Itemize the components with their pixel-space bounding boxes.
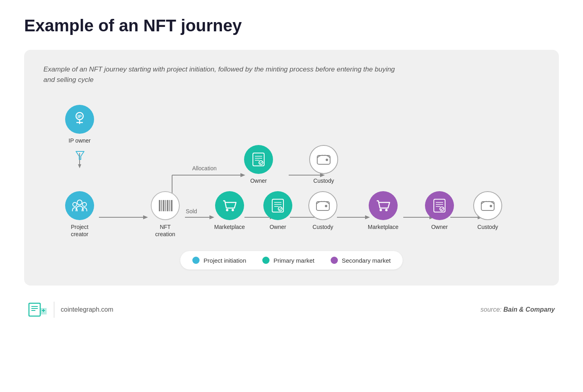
legend-label-primary: Primary market [273, 257, 314, 264]
project-creator-label: Project creator [62, 223, 98, 238]
ip-owner-label: IP owner [69, 137, 91, 144]
svg-point-44 [326, 159, 328, 161]
node-owner-top: Owner [240, 145, 277, 184]
source-company: Bain & Company [503, 306, 555, 313]
ip-icon: IP [71, 110, 88, 128]
owner-mid-circle [263, 191, 292, 220]
svg-rect-61 [481, 202, 494, 210]
legend-item-secondary-market: Secondary market [331, 257, 391, 264]
node-nft-creation: NFTcreation [147, 191, 183, 238]
svg-point-45 [226, 209, 228, 211]
footer: cointelegraph.com source: Bain & Company [24, 300, 559, 319]
legend-dot-secondary [331, 257, 338, 264]
diagram-subtitle: Example of an NFT journey starting with … [43, 64, 405, 85]
wallet-icon-top [315, 151, 333, 168]
legend-label-secondary: Secondary market [342, 257, 391, 264]
diagram-container: Example of an NFT journey starting with … [24, 50, 559, 286]
svg-rect-33 [163, 200, 164, 211]
custody-top-circle [309, 145, 338, 174]
funnel-svg [74, 150, 86, 161]
footer-source: source: Bain & Company [480, 306, 555, 313]
owner-secondary-label: Owner [431, 223, 448, 231]
legend-label-project: Project initiation [203, 257, 246, 264]
node-custody-secondary: Custody [470, 191, 506, 231]
marketplace-primary-label: Marketplace [214, 223, 245, 231]
svg-point-53 [325, 205, 327, 207]
svg-text:Allocation: Allocation [192, 165, 217, 172]
svg-rect-43 [317, 155, 330, 164]
custody-secondary-circle [473, 191, 502, 220]
funnel-icon [73, 148, 87, 163]
svg-point-30 [82, 202, 86, 206]
cart-icon-primary [221, 197, 238, 214]
source-prefix: source: [480, 306, 503, 313]
footer-domain: cointelegraph.com [61, 306, 113, 313]
legend-item-project-initiation: Project initiation [192, 257, 246, 264]
certificate-icon-mid [269, 197, 287, 214]
project-creator-circle [65, 191, 94, 220]
node-project-creator: Project creator [62, 191, 98, 238]
wallet-icon-secondary [479, 197, 497, 214]
legend-dot-project [192, 257, 199, 264]
certificate-icon-secondary [431, 197, 448, 214]
wallet-icon-mid [314, 197, 332, 214]
svg-point-54 [380, 209, 382, 211]
svg-marker-1 [78, 164, 81, 168]
custody-mid-circle [308, 191, 337, 220]
node-owner-mid: Owner [260, 191, 296, 231]
cart-icon-secondary [374, 197, 392, 214]
footer-left: cointelegraph.com [28, 300, 113, 319]
owner-secondary-circle [425, 191, 454, 220]
svg-rect-35 [167, 200, 168, 211]
svg-rect-32 [161, 200, 162, 211]
svg-rect-37 [171, 200, 172, 211]
svg-point-62 [490, 205, 492, 207]
people-icon [71, 197, 88, 214]
legend-item-primary-market: Primary market [262, 257, 314, 264]
legend: Project initiation Primary market Second… [180, 251, 402, 270]
node-marketplace-secondary: Marketplace [365, 191, 401, 231]
svg-rect-36 [169, 200, 170, 211]
barcode-icon [156, 197, 174, 214]
marketplace-secondary-label: Marketplace [368, 223, 398, 231]
node-marketplace-primary: Marketplace [211, 191, 248, 231]
flow-area: Allocation Sold [43, 101, 540, 270]
marketplace-primary-circle [215, 191, 244, 220]
node-ip-owner: IP IP owner [62, 105, 98, 144]
svg-text:Sold: Sold [186, 208, 197, 214]
arrows-svg: Allocation Sold [43, 101, 540, 270]
ip-owner-circle: IP [65, 105, 94, 134]
nft-creation-circle [151, 191, 180, 220]
custody-top-label: Custody [313, 177, 334, 184]
owner-top-label: Owner [250, 177, 267, 184]
node-owner-secondary: Owner [421, 191, 458, 231]
custody-secondary-label: Custody [477, 223, 498, 231]
owner-top-circle [244, 145, 273, 174]
page-title: Example of an NFT journey [24, 16, 559, 35]
node-custody-top: Custody [306, 145, 342, 184]
svg-point-29 [73, 202, 77, 206]
nft-creation-label: NFTcreation [155, 223, 175, 238]
svg-point-28 [77, 200, 82, 205]
owner-mid-label: Owner [269, 223, 286, 231]
svg-point-55 [385, 209, 388, 211]
legend-dot-primary [262, 257, 269, 264]
custody-mid-label: Custody [312, 223, 333, 231]
certificate-icon-top [250, 151, 267, 168]
svg-point-46 [232, 209, 234, 211]
svg-text:IP: IP [78, 114, 82, 119]
footer-divider [54, 302, 54, 318]
node-custody-mid: Custody [305, 191, 341, 231]
svg-rect-63 [29, 303, 40, 316]
marketplace-secondary-circle [369, 191, 398, 220]
cointelegraph-logo [28, 300, 47, 319]
svg-rect-34 [165, 200, 166, 211]
svg-marker-27 [76, 151, 84, 159]
svg-rect-52 [316, 202, 329, 210]
svg-rect-31 [159, 200, 160, 211]
